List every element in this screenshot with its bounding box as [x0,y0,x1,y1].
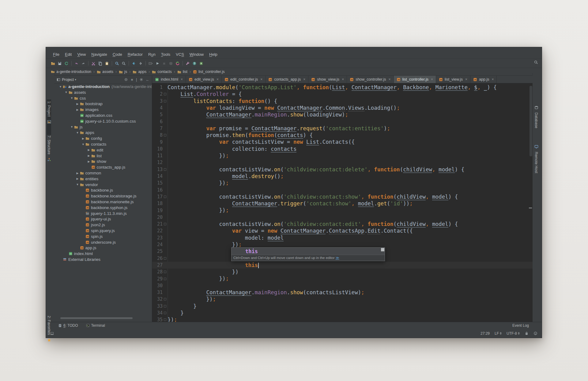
tree-item-entities[interactable]: ▶entities [76,176,99,182]
code-line-8[interactable]: 8 promise.then(function(contacts) { [152,132,533,139]
code-line-18[interactable]: 18 ContactManager.trigger('contact:show'… [152,200,533,207]
paste-icon[interactable] [104,60,110,67]
collapsed-arrow-icon[interactable]: ▶ [76,108,80,111]
close-icon[interactable]: × [181,77,183,82]
help-icon[interactable]: ? [191,60,198,67]
encoding-widget[interactable]: UTF-8 [507,331,520,336]
collapse-all-icon[interactable]: ∗ [130,78,134,82]
close-icon[interactable]: × [431,77,433,82]
tree-item-a-gentle-introduction[interactable]: ▼a-gentle-introduction(/var/www/a-gentle… [58,84,152,90]
menu-edit[interactable]: Edit [62,50,74,59]
menu-navigate[interactable]: Navigate [89,50,110,59]
code-line-32[interactable]: 32 }); [152,296,533,303]
code-line-28[interactable]: 28 }) [152,269,533,275]
code-line-24[interactable]: 24 }); [152,241,533,248]
collapsed-arrow-icon[interactable]: ▶ [87,154,91,157]
tree-item-edit[interactable]: ▶edit [87,147,104,153]
code-line-14[interactable]: 14 model.destroy(); [152,173,533,180]
tree-item-backbone-localstorage-js[interactable]: JSbackbone.localstorage.js [81,193,137,199]
collapsed-arrow-icon[interactable]: ▶ [87,148,91,151]
toolwindow-button-remote-host[interactable]: Remote Host [534,142,538,185]
code-line-31[interactable]: 31 ContactManager.mainRegion.show(contac… [152,289,533,296]
tree-item-backbone-js[interactable]: JSbackbone.js [81,187,113,193]
target-icon[interactable] [124,78,128,82]
nav-back-icon[interactable] [130,60,137,67]
popup-hint-link[interactable]: ≫ [336,256,339,260]
code-line-6[interactable]: 6 [152,118,533,125]
tree-item-css[interactable]: ▼css [70,95,86,101]
menu-vcs[interactable]: VCS [173,50,187,59]
toolwindow-toggle-icon[interactable] [50,332,54,335]
gear-icon[interactable] [139,78,143,82]
code-line-12[interactable]: 12 [152,159,533,166]
code-line-19[interactable]: 19 }); [152,207,533,214]
find-icon[interactable] [114,60,120,67]
close-icon[interactable]: × [492,77,494,82]
menu-window[interactable]: Window [187,50,206,59]
code-line-5[interactable]: 5 ContactManager.mainRegion.show(loading… [152,111,533,118]
code-editor[interactable]: 1ContactManager.module('ContactsApp.List… [152,83,533,322]
menu-view[interactable]: View [74,50,89,59]
tab-edit_controller.js[interactable]: JSedit_controller.js× [222,76,266,83]
code-line-17[interactable]: 17 contactsListView.on('childview:contac… [152,193,533,200]
tab-show_view.js[interactable]: JSshow_view.js× [308,76,347,83]
tree-item-js[interactable]: ▼js [70,124,83,130]
toolwindow-event-log[interactable]: Event Log [512,323,529,328]
coverage-dim-icon[interactable] [168,60,174,67]
code-line-33[interactable]: 33 } [152,303,533,310]
tab-contacts_app.js[interactable]: JScontacts_app.js× [266,76,308,83]
cut-icon[interactable] [90,60,97,67]
breadcrumb-list[interactable]: list [177,70,187,74]
search-everywhere-icon[interactable] [534,60,538,66]
tree-item-list[interactable]: ▶list [87,153,102,159]
tree-item-spin-js[interactable]: JSspin.js [81,234,103,239]
code-line-35[interactable]: 35}); [152,316,533,322]
tab-app.js[interactable]: JSapp.js× [470,76,497,83]
export-icon[interactable] [198,60,205,67]
code-line-29[interactable]: 29 }); [152,275,533,282]
replace-icon[interactable] [120,60,127,67]
wrench-icon[interactable] [184,60,191,67]
run-config-icon[interactable] [147,60,154,67]
tree-item-spin-jquery-js[interactable]: JSspin.jquery.js [81,228,115,234]
nav-forward-icon[interactable] [137,60,144,67]
tree-item-backbone-marionette-js[interactable]: JSbackbone.marionette.js [81,199,134,205]
open-folder-icon[interactable] [50,60,56,67]
tree-item-json2-js[interactable]: JSjson2.js [81,222,105,228]
close-icon[interactable]: × [260,77,262,82]
expanded-arrow-icon[interactable]: ▼ [81,143,85,146]
editor-scrollbar[interactable] [530,86,532,156]
expanded-arrow-icon[interactable]: ▼ [70,97,74,100]
toolwindow-button-database[interactable]: Database [534,102,538,137]
code-line-15[interactable]: 15 }); [152,180,533,186]
code-line-3[interactable]: 3 listContacts: function() { [152,98,533,105]
breadcrumb-list_controller.js[interactable]: JSlist_controller.js [193,70,224,74]
code-line-2[interactable]: 2 List.Controller = { [152,91,533,97]
expanded-arrow-icon[interactable]: ▼ [70,125,74,128]
code-line-22[interactable]: 22 var view = new ContactManager.Contact… [152,227,533,234]
tree-item-jquery-ui-js[interactable]: JSjquery-ui.js [81,216,111,222]
tree-item-show[interactable]: ▶show [87,158,107,164]
menu-file[interactable]: File [50,50,62,59]
tree-item-config[interactable]: ▶config [81,135,102,141]
caret-position-widget[interactable]: 27:29 [481,331,490,336]
close-icon[interactable]: × [217,77,219,82]
undo-icon[interactable] [73,60,80,67]
menu-help[interactable]: Help [206,50,220,59]
project-horizontal-scrollbar[interactable] [60,317,133,319]
tree-item-assets[interactable]: ▼assets [64,90,86,95]
close-icon[interactable]: × [389,77,391,82]
toolwindow----todo[interactable]: 6: TODO [58,323,78,328]
completion-item-this[interactable]: this [232,248,385,255]
code-line-10[interactable]: 10 collection: contacts [152,146,533,152]
tree-item-common[interactable]: ▶common [76,170,101,176]
save-icon[interactable] [56,60,63,67]
breadcrumb-apps[interactable]: apps [133,70,146,74]
tree-item-bootstrap[interactable]: ▶bootstrap [76,101,103,107]
code-line-9[interactable]: 9 var contactsListView = new List.Contac… [152,139,533,145]
code-line-7[interactable]: 7 var promise = ContactManager.request('… [152,125,533,132]
redo-icon[interactable] [80,60,87,67]
code-line-1[interactable]: 1ContactManager.module('ContactsApp.List… [152,84,533,91]
tree-item-backbone-syphon-js[interactable]: JSbackbone.syphon.js [81,205,127,211]
profiler-icon[interactable] [174,60,181,67]
